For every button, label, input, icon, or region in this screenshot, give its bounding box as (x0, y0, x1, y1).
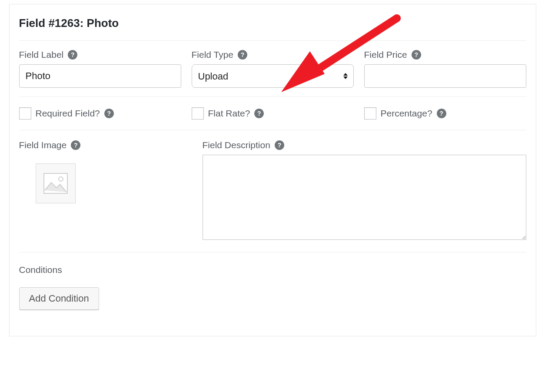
help-icon[interactable]: ? (437, 109, 446, 118)
field-image-placeholder[interactable] (36, 163, 76, 203)
field-title: Field #1263: Photo (19, 17, 526, 30)
field-label-input[interactable] (19, 64, 181, 88)
help-icon[interactable]: ? (412, 50, 421, 60)
section-image-desc: Field Image ? Field Description ? (19, 130, 526, 252)
image-placeholder-icon (43, 173, 68, 194)
section-conditions: Conditions Add Condition (19, 252, 526, 319)
field-editor-panel: Field #1263: Photo Field Label ? Field T… (9, 4, 536, 336)
help-icon[interactable]: ? (104, 109, 114, 118)
field-description-label: Field Description (203, 140, 270, 150)
field-price-label: Field Price (364, 50, 407, 60)
field-description-textarea[interactable] (203, 155, 526, 240)
required-field-label[interactable]: Required Field? ? (19, 107, 181, 120)
field-description-block: Field Description ? (203, 140, 526, 242)
field-type-block: Field Type ? Upload (192, 50, 354, 88)
percentage-checkbox[interactable] (364, 107, 376, 120)
help-icon[interactable]: ? (254, 109, 264, 118)
help-icon[interactable]: ? (275, 140, 284, 150)
percentage-text: Percentage? (381, 108, 432, 119)
flat-rate-checkbox[interactable] (192, 107, 204, 120)
section-checkboxes: Required Field? ? Flat Rate? ? Percentag… (19, 96, 526, 130)
help-icon[interactable]: ? (68, 50, 77, 60)
conditions-label: Conditions (19, 265, 526, 275)
percentage-label[interactable]: Percentage? ? (364, 107, 526, 120)
field-label-block: Field Label ? (19, 50, 181, 88)
section-basic: Field Label ? Field Type ? Upload (19, 40, 526, 96)
required-field-text: Required Field? (36, 108, 100, 119)
field-image-label: Field Image (19, 140, 67, 150)
field-type-select[interactable]: Upload (192, 64, 354, 88)
field-price-block: Field Price ? (364, 50, 526, 88)
flat-rate-label[interactable]: Flat Rate? ? (192, 107, 354, 120)
field-label-label: Field Label (19, 50, 64, 60)
field-price-input[interactable] (364, 64, 526, 88)
add-condition-button[interactable]: Add Condition (19, 287, 99, 310)
field-type-label: Field Type (192, 50, 234, 60)
flat-rate-text: Flat Rate? (208, 108, 250, 119)
help-icon[interactable]: ? (71, 140, 80, 150)
help-icon[interactable]: ? (238, 50, 247, 60)
required-field-checkbox[interactable] (19, 107, 31, 120)
field-image-block: Field Image ? (19, 140, 192, 242)
